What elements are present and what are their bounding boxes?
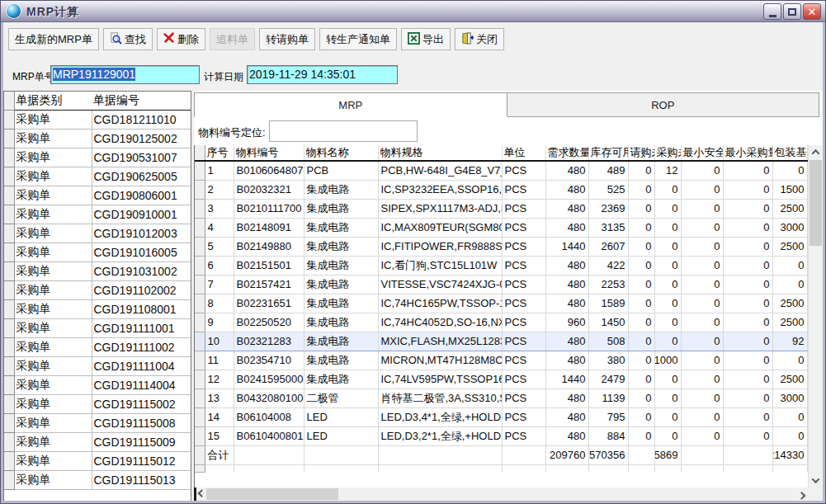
doc-no-cell[interactable]: CGD191111001 xyxy=(92,318,191,337)
min-purchase-cell[interactable]: 0 xyxy=(723,426,772,445)
material-no-cell[interactable]: B02149880 xyxy=(234,237,304,256)
doc-no-cell[interactable]: CGD190806001 xyxy=(92,186,191,205)
material-no-cell[interactable]: B02148091 xyxy=(234,218,304,237)
row-selector[interactable] xyxy=(4,432,14,451)
purchased-cell[interactable]: 0 xyxy=(654,180,681,199)
row-selector[interactable] xyxy=(4,280,14,299)
scroll-left-button[interactable] xyxy=(194,488,206,501)
doc-type-cell[interactable]: 采购单 xyxy=(14,280,92,299)
requisitioned-cell[interactable]: 0 xyxy=(628,426,654,445)
demand-qty-cell[interactable]: 1440 xyxy=(545,237,588,256)
row-selector[interactable] xyxy=(4,186,14,205)
requisitioned-cell[interactable]: 0 xyxy=(628,389,654,407)
unit-cell[interactable]: PCS xyxy=(502,256,545,275)
unit-cell[interactable]: PCS xyxy=(502,237,545,256)
min-safety-cell[interactable]: 0 xyxy=(681,351,723,370)
v-scrollbar[interactable] xyxy=(808,145,823,488)
seq-cell[interactable]: 8 xyxy=(205,294,234,313)
doc-no-cell[interactable]: CGD190531007 xyxy=(92,148,191,167)
material-spec-cell[interactable]: 肖特基二极管,3A,SS310,SM xyxy=(378,389,502,407)
min-purchase-cell[interactable]: 0 xyxy=(723,256,772,275)
row-selector[interactable] xyxy=(4,110,14,129)
document-list-row[interactable]: 采购单 CGD191031002 xyxy=(4,261,191,280)
purchased-cell[interactable]: 1000 xyxy=(654,351,681,370)
pack-base-cell[interactable]: 1500 xyxy=(772,180,807,199)
document-list-row[interactable]: 采购单 CGD191111002 xyxy=(4,337,191,356)
purchased-cell[interactable]: 0 xyxy=(654,294,681,313)
document-list-row[interactable]: 采购单 CGD191115012 xyxy=(4,451,191,470)
seq-cell[interactable]: 7 xyxy=(205,275,234,294)
demand-qty-cell[interactable]: 480 xyxy=(545,294,588,313)
doc-type-cell[interactable]: 采购单 xyxy=(14,394,92,413)
stock-available-cell[interactable]: 2607 xyxy=(588,237,628,256)
material-name-cell[interactable]: LED xyxy=(304,407,378,426)
find-button[interactable]: 查找 xyxy=(103,28,153,50)
material-no-cell[interactable]: B0610400801 xyxy=(234,426,304,445)
row-selector[interactable] xyxy=(4,224,14,243)
row-selector[interactable] xyxy=(4,356,14,375)
document-list-row[interactable]: 采购单 CGD191115009 xyxy=(4,432,191,451)
demand-qty-cell[interactable]: 480 xyxy=(545,426,588,445)
pack-base-cell[interactable]: 0 xyxy=(772,161,807,180)
stock-available-cell[interactable]: 422 xyxy=(588,256,628,275)
material-name-cell[interactable]: 集成电路 xyxy=(304,199,378,218)
purchased-cell[interactable]: 0 xyxy=(654,426,681,445)
purchased-cell[interactable]: 0 xyxy=(654,389,681,407)
min-safety-cell[interactable]: 0 xyxy=(681,426,723,445)
material-name-cell[interactable]: 集成电路 xyxy=(304,275,378,294)
min-safety-cell[interactable]: 0 xyxy=(681,389,723,407)
seq-cell[interactable]: 10 xyxy=(205,332,234,351)
material-no-cell[interactable]: B02231651 xyxy=(234,294,304,313)
material-name-cell[interactable]: 集成电路 xyxy=(304,332,378,351)
material-spec-cell[interactable]: LED,D3,4*1,全绿,+HOLD,D xyxy=(378,407,502,426)
document-list-row[interactable]: 采购单 CGD191016005 xyxy=(4,243,191,261)
material-no-cell[interactable]: B0106064807 xyxy=(234,161,304,180)
min-purchase-cell[interactable]: 0 xyxy=(723,294,772,313)
export-button[interactable]: 导出 xyxy=(401,28,451,50)
min-purchase-cell[interactable]: 0 xyxy=(723,237,772,256)
row-selector[interactable] xyxy=(4,451,14,470)
min-safety-cell[interactable]: 0 xyxy=(681,256,723,275)
minimize-button[interactable] xyxy=(763,3,781,20)
materials-row[interactable]: 9 B02250520 集成电路 IC,74HC4052D,SO-16,NXP … xyxy=(195,313,807,332)
material-name-cell[interactable]: PCB xyxy=(304,161,378,180)
requisitioned-cell[interactable]: 0 xyxy=(628,237,654,256)
doc-type-cell[interactable]: 采购单 xyxy=(14,261,92,280)
stock-available-cell[interactable]: 525 xyxy=(588,180,628,199)
row-selector[interactable] xyxy=(4,318,14,337)
stock-available-cell[interactable]: 1589 xyxy=(588,294,628,313)
scroll-up-button[interactable] xyxy=(809,145,823,159)
document-list-row[interactable]: 采购单 CGD190910001 xyxy=(4,205,191,224)
material-name-cell[interactable]: 集成电路 xyxy=(304,294,378,313)
unit-cell[interactable]: PCS xyxy=(502,199,545,218)
row-selector[interactable] xyxy=(195,275,205,294)
doc-no-cell[interactable]: CGD181211010 xyxy=(92,110,191,129)
stock-available-cell[interactable]: 508 xyxy=(588,332,628,351)
pack-base-cell[interactable]: 2500 xyxy=(772,313,807,332)
row-selector[interactable] xyxy=(195,332,205,351)
requisitioned-cell[interactable]: 0 xyxy=(628,161,654,180)
to-production-notice-button[interactable]: 转生产通知单 xyxy=(319,28,397,50)
document-list-row[interactable]: 采购单 CGD190531007 xyxy=(4,148,191,167)
purchased-cell[interactable]: 0 xyxy=(654,237,681,256)
materials-row[interactable]: 10 B02321283 集成电路 MXIC,FLASH,MX25L12835F… xyxy=(195,332,807,351)
row-selector[interactable] xyxy=(195,313,205,332)
material-name-cell[interactable]: 集成电路 xyxy=(304,256,378,275)
seq-cell[interactable]: 2 xyxy=(205,180,234,199)
document-list-row[interactable]: 采购单 CGD181211010 xyxy=(4,110,191,129)
material-spec-cell[interactable]: SIPEX,SPX1117M3-ADJ,800 xyxy=(378,199,502,218)
demand-qty-cell[interactable]: 480 xyxy=(545,180,588,199)
unit-cell[interactable]: PCS xyxy=(502,407,545,426)
seq-cell[interactable]: 11 xyxy=(205,351,234,370)
doc-no-cell[interactable]: CGD191031002 xyxy=(92,261,191,280)
document-list-row[interactable]: 采购单 CGD191108001 xyxy=(4,299,191,318)
doc-type-cell[interactable]: 采购单 xyxy=(14,299,92,318)
row-selector[interactable] xyxy=(4,375,14,394)
doc-type-cell[interactable]: 采购单 xyxy=(14,243,92,261)
material-no-cell[interactable]: B02354710 xyxy=(234,351,304,370)
materials-row[interactable]: 2 B02032321 集成电路 IC,SP3232EEA,SSOP16,3.0… xyxy=(195,180,807,199)
min-safety-cell[interactable]: 0 xyxy=(681,161,723,180)
material-spec-cell[interactable]: IC,74HC165PW,TSSOP-16 xyxy=(378,294,502,313)
row-selector[interactable] xyxy=(195,294,205,313)
min-safety-cell[interactable]: 0 xyxy=(681,199,723,218)
